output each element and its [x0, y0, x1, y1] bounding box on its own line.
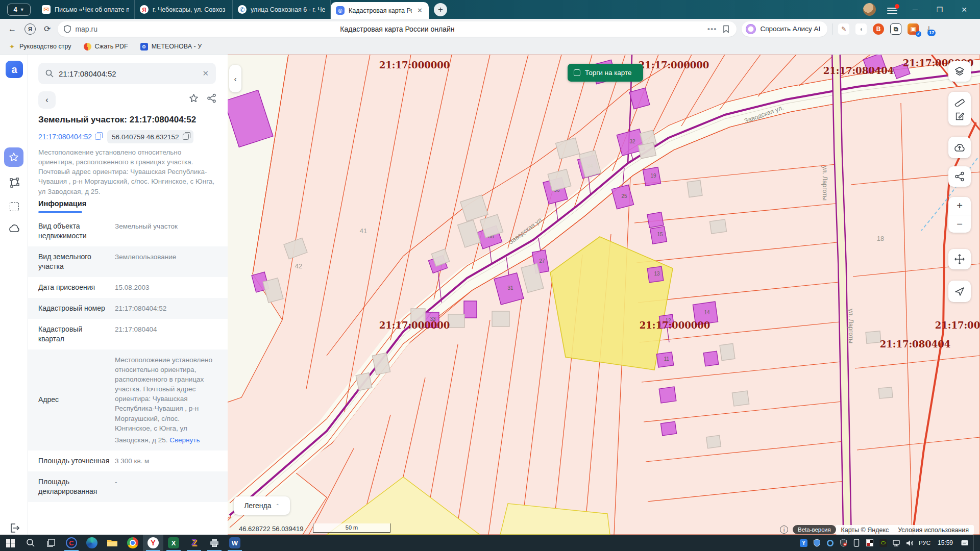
- polygon-tool-icon[interactable]: [8, 176, 21, 189]
- tray-browser-icon[interactable]: [826, 539, 835, 547]
- cadastre-number-link[interactable]: 21:17:080404:52: [38, 133, 101, 141]
- restore-button[interactable]: ❐: [933, 6, 946, 14]
- clock[interactable]: 15:59: [935, 539, 955, 546]
- building[interactable]: [464, 301, 477, 318]
- taskbar-app-culture[interactable]: C: [61, 535, 82, 551]
- close-tab-icon[interactable]: ✕: [416, 7, 424, 14]
- extension-writer-icon[interactable]: ✎: [838, 23, 849, 35]
- minimize-button[interactable]: ─: [909, 6, 922, 14]
- language-indicator[interactable]: РУС: [919, 540, 930, 546]
- building[interactable]: [492, 311, 509, 327]
- building[interactable]: [866, 331, 881, 343]
- building[interactable]: [659, 387, 676, 403]
- building[interactable]: [639, 142, 656, 159]
- alice-button[interactable]: Спросить Алису AI: [742, 21, 827, 37]
- browser-menu-icon[interactable]: [887, 6, 897, 13]
- yandex-button[interactable]: Я: [24, 23, 36, 35]
- tab-information[interactable]: Информация: [38, 199, 86, 208]
- bookmark-item[interactable]: Сжать PDF: [84, 43, 128, 51]
- task-view-button[interactable]: [41, 535, 61, 551]
- favorite-star-icon[interactable]: [189, 93, 199, 103]
- taskbar-app-word[interactable]: W: [225, 535, 245, 551]
- tray-volume-icon[interactable]: [905, 539, 914, 547]
- extension-shade-icon[interactable]: ◖: [855, 23, 867, 35]
- locate-button[interactable]: [948, 281, 971, 302]
- tray-defender-icon[interactable]: [813, 539, 821, 547]
- taskbar-app-archiver[interactable]: Z: [184, 535, 204, 551]
- building[interactable]: [448, 314, 464, 328]
- upload-button[interactable]: [948, 137, 971, 158]
- avatar[interactable]: [863, 3, 876, 16]
- building[interactable]: [356, 373, 372, 391]
- building[interactable]: [687, 180, 702, 197]
- tray-security-icon[interactable]: [839, 539, 848, 547]
- share-map-button[interactable]: [948, 166, 971, 187]
- downloads-icon[interactable]: ⤓17: [927, 24, 930, 34]
- legend-button[interactable]: Легенда ⌃: [234, 496, 290, 515]
- layers-button[interactable]: [948, 61, 971, 82]
- tray-phone-icon[interactable]: [852, 539, 861, 547]
- tray-nvidia-icon[interactable]: [879, 539, 888, 547]
- extension-clip-icon[interactable]: ⧉: [890, 23, 901, 35]
- info-icon[interactable]: i: [780, 525, 788, 534]
- tray-network-icon[interactable]: [892, 539, 901, 547]
- search-input[interactable]: 21:17:080404:52 ✕: [38, 63, 216, 84]
- building[interactable]: [660, 421, 676, 436]
- taskbar-app-chrome[interactable]: [122, 535, 143, 551]
- logout-icon[interactable]: [8, 521, 21, 535]
- taskbar-app-printer[interactable]: [204, 535, 225, 551]
- close-button[interactable]: ✕: [958, 6, 971, 14]
- pan-button[interactable]: [948, 249, 971, 269]
- building[interactable]: [703, 351, 718, 366]
- select-area-icon[interactable]: [8, 200, 21, 213]
- favorites-tool-button[interactable]: [4, 147, 23, 167]
- building[interactable]: [709, 219, 726, 234]
- copy-icon[interactable]: [95, 134, 101, 140]
- tab-counter-button[interactable]: 4 ▼: [7, 4, 31, 16]
- edit-icon[interactable]: [954, 111, 965, 122]
- browser-tab[interactable]: Я г. Чебоксары, ул. Совхоз: [135, 0, 233, 19]
- browser-tab[interactable]: ✆ улица Совхозная 6 - г. Че: [233, 0, 331, 19]
- building[interactable]: [878, 387, 893, 398]
- bookmark-item[interactable]: ✦ Руководство стру: [8, 43, 71, 51]
- ruler-icon[interactable]: [954, 95, 965, 107]
- tray-checker-icon[interactable]: [866, 539, 874, 547]
- building[interactable]: [647, 212, 664, 228]
- coordinates-badge[interactable]: 56.040759 46.632152: [107, 130, 193, 143]
- taskbar-search-button[interactable]: [20, 535, 41, 551]
- building[interactable]: [720, 343, 735, 360]
- building[interactable]: [732, 391, 749, 406]
- taskbar-app-yandex-active[interactable]: Y: [143, 535, 163, 551]
- zoom-out-button[interactable]: −: [948, 215, 971, 233]
- extension-screenshot-icon[interactable]: ▣✓: [908, 23, 919, 35]
- browser-tab-active[interactable]: ◎ Кадастровая карта Ро ✕: [331, 2, 429, 19]
- back-icon[interactable]: ←: [8, 24, 16, 34]
- new-tab-button[interactable]: +: [434, 3, 447, 16]
- auction-on-map-button[interactable]: Торги на карте: [568, 64, 643, 82]
- taskbar-app-edge[interactable]: [82, 535, 102, 551]
- collapse-panel-button[interactable]: ‹: [229, 65, 241, 92]
- panel-back-button[interactable]: ‹: [38, 91, 56, 109]
- taskbar-app-explorer[interactable]: [102, 535, 122, 551]
- cloud-icon[interactable]: [8, 222, 21, 235]
- bookmark-item[interactable]: ⚙ МЕТЕОНОВА - У: [140, 43, 202, 51]
- show-desktop-button[interactable]: [973, 535, 976, 551]
- browser-tab[interactable]: ✉ Письмо «Чек об оплате п: [37, 0, 135, 19]
- copy-icon[interactable]: [183, 134, 189, 140]
- refresh-icon[interactable]: ⟳: [44, 24, 51, 34]
- url-field[interactable]: map.ru Кадастровая карта России онлайн •…: [58, 21, 737, 37]
- extension-bitrix-icon[interactable]: B: [873, 23, 884, 35]
- auction-checkbox[interactable]: [574, 69, 580, 76]
- share-icon[interactable]: [207, 93, 216, 103]
- clear-search-icon[interactable]: ✕: [202, 69, 209, 78]
- cadastral-map-canvas[interactable]: 40383634322527313330191513121411 414218З…: [222, 55, 980, 535]
- terms-link[interactable]: Условия использования: [898, 527, 969, 534]
- taskbar-app-excel[interactable]: X: [163, 535, 184, 551]
- collapse-link[interactable]: Свернуть: [169, 435, 200, 445]
- tray-yandex-icon[interactable]: Y: [799, 539, 808, 547]
- notification-center-icon[interactable]: [960, 539, 969, 547]
- start-button[interactable]: [0, 535, 20, 551]
- app-logo[interactable]: a: [6, 61, 23, 78]
- building[interactable]: [706, 435, 721, 448]
- zoom-in-button[interactable]: +: [957, 197, 963, 215]
